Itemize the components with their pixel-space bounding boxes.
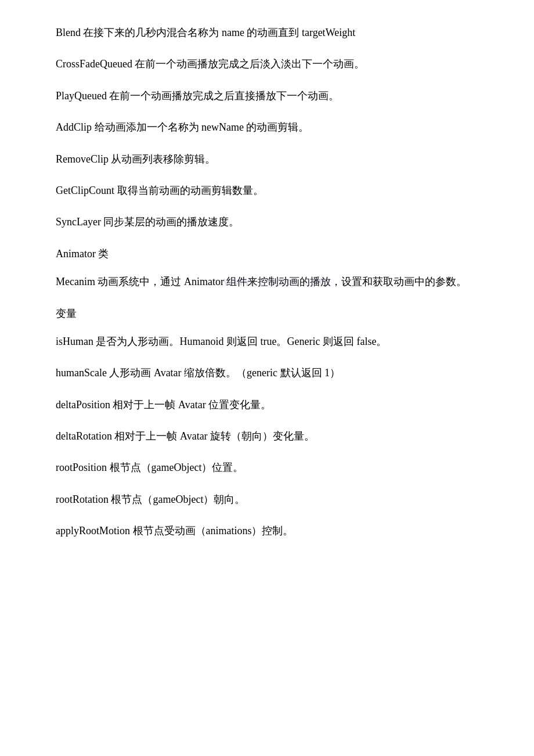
- playqueued-paragraph: PlayQueued 在前一个动画播放完成之后直接播放下一个动画。: [35, 87, 499, 105]
- animator-heading: Animator 类: [35, 244, 499, 263]
- applyrootmotion-paragraph: applyRootMotion 根节点受动画（animations）控制。: [35, 521, 499, 540]
- rootposition-paragraph: rootPosition 根节点（gameObject）位置。: [35, 458, 499, 477]
- rootposition-text: rootPosition 根节点（gameObject）位置。: [56, 462, 243, 473]
- crossfadequeued-paragraph: CrossFadeQueued 在前一个动画播放完成之后淡入淡出下一个动画。: [35, 55, 499, 73]
- ishuman-text: isHuman 是否为人形动画。Humanoid 则返回 true。Generi…: [56, 336, 387, 347]
- applyrootmotion-text: applyRootMotion 根节点受动画（animations）控制。: [56, 525, 294, 537]
- rootrotation-text: rootRotation 根节点（gameObject）朝向。: [56, 494, 245, 505]
- getclipcount-paragraph: GetClipCount 取得当前动画的动画剪辑数量。: [35, 181, 499, 200]
- rootrotation-paragraph: rootRotation 根节点（gameObject）朝向。: [35, 490, 499, 509]
- main-content: Blend 在接下来的几秒内混合名称为 name 的动画直到 targetWei…: [35, 23, 499, 541]
- mecanim-text: Mecanim 动画系统中，通过 Animator 组件来控制动画的播放，设置和…: [56, 276, 467, 287]
- humanscale-text: humanScale 人形动画 Avatar 缩放倍数。（generic 默认返…: [56, 367, 340, 379]
- crossfadequeued-text: CrossFadeQueued 在前一个动画播放完成之后淡入淡出下一个动画。: [56, 58, 365, 70]
- animator-heading-text: Animator 类: [56, 248, 109, 260]
- deltarotation-paragraph: deltaRotation 相对于上一帧 Avatar 旋转（朝向）变化量。: [35, 427, 499, 445]
- playqueued-text: PlayQueued 在前一个动画播放完成之后直接播放下一个动画。: [56, 90, 339, 102]
- addclip-paragraph: AddClip 给动画添加一个名称为 newName 的动画剪辑。: [35, 118, 499, 136]
- synclayer-paragraph: SyncLayer 同步某层的动画的播放速度。: [35, 213, 499, 231]
- addclip-text: AddClip 给动画添加一个名称为 newName 的动画剪辑。: [56, 121, 309, 133]
- mecanim-paragraph: www.bdocx.com Mecanim 动画系统中，通过 Animator …: [35, 272, 499, 291]
- ishuman-paragraph: isHuman 是否为人形动画。Humanoid 则返回 true。Generi…: [35, 332, 499, 351]
- variables-heading-text: 变量: [56, 308, 77, 319]
- deltaposition-paragraph: deltaPosition 相对于上一帧 Avatar 位置变化量。: [35, 395, 499, 414]
- blend-text: Blend 在接下来的几秒内混合名称为 name 的动画直到 targetWei…: [56, 27, 355, 38]
- removeclip-text: RemoveClip 从动画列表移除剪辑。: [56, 153, 216, 165]
- blend-paragraph: Blend 在接下来的几秒内混合名称为 name 的动画直到 targetWei…: [35, 23, 499, 42]
- removeclip-paragraph: RemoveClip 从动画列表移除剪辑。: [35, 150, 499, 168]
- variables-heading: 变量: [35, 304, 499, 323]
- humanscale-paragraph: humanScale 人形动画 Avatar 缩放倍数。（generic 默认返…: [35, 363, 499, 382]
- synclayer-text: SyncLayer 同步某层的动画的播放速度。: [56, 216, 239, 228]
- getclipcount-text: GetClipCount 取得当前动画的动画剪辑数量。: [56, 185, 264, 196]
- deltaposition-text: deltaPosition 相对于上一帧 Avatar 位置变化量。: [56, 399, 271, 411]
- deltarotation-text: deltaRotation 相对于上一帧 Avatar 旋转（朝向）变化量。: [56, 430, 315, 442]
